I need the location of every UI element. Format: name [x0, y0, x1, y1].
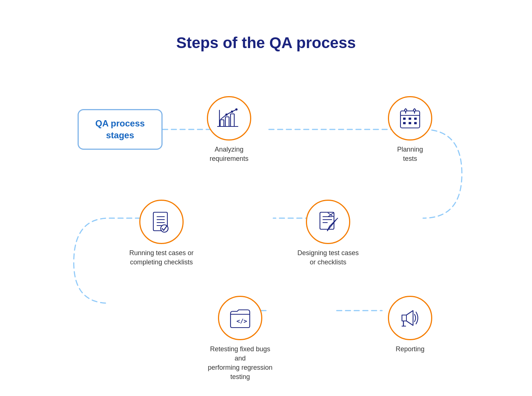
planning-label: Planningtests [397, 145, 423, 163]
analyzing-icon-circle [207, 96, 251, 141]
svg-point-18 [405, 109, 407, 111]
svg-rect-0 [220, 120, 224, 126]
chart-icon [217, 106, 241, 130]
svg-point-5 [225, 114, 228, 116]
analyzing-label: Analyzingrequirements [209, 145, 248, 163]
svg-rect-1 [225, 117, 229, 126]
designing-icon-circle [306, 200, 350, 244]
start-box-label: QA processstages [95, 118, 145, 141]
main-container: Steps of the QA process QA processstages [44, 19, 488, 377]
step-retesting: </> Retesting fixed bugs andperforming r… [207, 296, 273, 382]
svg-rect-13 [409, 118, 411, 120]
code-folder-icon: </> [228, 306, 252, 330]
svg-text:</>: </> [236, 318, 247, 325]
step-reporting: Reporting [388, 296, 432, 354]
svg-point-19 [413, 109, 416, 111]
svg-rect-2 [231, 114, 234, 126]
step-designing: Designing test casesor checklists [297, 200, 359, 267]
svg-rect-16 [409, 122, 411, 124]
planning-icon-circle [388, 96, 432, 141]
page-title: Steps of the QA process [66, 34, 466, 52]
designing-label: Designing test casesor checklists [297, 248, 359, 267]
svg-rect-20 [320, 212, 334, 229]
calendar-icon [398, 106, 422, 130]
retesting-icon-circle: </> [218, 296, 262, 340]
svg-point-4 [231, 111, 233, 113]
svg-rect-12 [403, 118, 406, 120]
megaphone-icon [398, 306, 422, 330]
start-box: QA processstages [78, 109, 163, 150]
svg-point-3 [235, 108, 238, 111]
svg-rect-15 [403, 122, 406, 124]
retesting-label: Retesting fixed bugs andperforming regre… [207, 345, 273, 382]
svg-rect-14 [414, 118, 417, 120]
running-label: Running test cases orcompleting checklis… [129, 248, 194, 267]
checklist-icon [150, 210, 173, 234]
reporting-icon-circle [388, 296, 432, 340]
pencil-doc-icon [316, 210, 340, 234]
reporting-label: Reporting [396, 345, 424, 354]
step-planning: Planningtests [388, 96, 432, 163]
step-running: Running test cases orcompleting checklis… [129, 200, 194, 267]
svg-rect-17 [414, 122, 417, 124]
running-icon-circle [139, 200, 184, 244]
step-analyzing: Analyzingrequirements [207, 96, 251, 163]
diagram: QA processstages Analyzingrequiremen [66, 74, 466, 362]
